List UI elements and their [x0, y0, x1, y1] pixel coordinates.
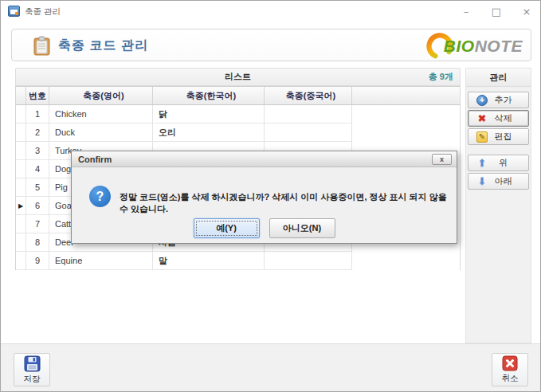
row-selector-header: [16, 87, 26, 104]
delete-icon: ✖: [476, 113, 488, 124]
window-title: 축종 관리: [25, 6, 61, 18]
dialog-title-bar: Confirm x: [72, 151, 457, 167]
total-count-label: 총 9개: [429, 71, 453, 83]
delete-button[interactable]: ✖ 삭제: [468, 110, 529, 127]
table-row[interactable]: 9 Equine 말: [16, 252, 460, 270]
list-title: 리스트: [16, 71, 460, 83]
dialog-title: Confirm: [78, 155, 432, 164]
save-button[interactable]: 저장: [14, 353, 50, 386]
column-header-no[interactable]: 번호: [26, 87, 49, 104]
move-down-button[interactable]: ⬇ 아래: [468, 173, 529, 190]
dialog-close-button[interactable]: x: [432, 154, 452, 165]
add-icon: +: [476, 95, 488, 106]
cancel-x-icon: [502, 355, 518, 371]
down-arrow-icon: ⬇: [476, 176, 488, 187]
column-header-korean[interactable]: 축종(한국어): [153, 87, 265, 104]
app-window: 축종 관리 – □ × 축종 코드 관리: [0, 0, 541, 392]
no-button[interactable]: 아니오(N): [269, 218, 335, 238]
table-header-row: 번호 축종(영어) 축종(한국어) 축종(중국어): [16, 86, 460, 105]
dialog-body: ? 정말 코드(염소)를 삭제 하시겠습니까? 삭제시 이미 사용중이면, 정상…: [72, 167, 457, 244]
table-row[interactable]: 1 Chicken 닭: [16, 105, 460, 123]
footer-bar: 저장 취소: [1, 343, 540, 392]
question-icon: ?: [89, 186, 111, 207]
close-button[interactable]: ×: [519, 6, 534, 18]
logo-bio-text: BIO: [444, 37, 475, 55]
row-selector-arrow-icon: ▶: [18, 202, 23, 210]
bionote-logo: BIONOTE: [425, 32, 523, 61]
add-button[interactable]: + 추가: [468, 92, 529, 108]
maximize-button[interactable]: □: [489, 6, 504, 18]
header-panel: 축종 코드 관리 BIONOTE: [11, 29, 531, 61]
manage-panel: 관리 + 추가 ✖ 삭제 ✎ 편집 ⬆ 위 ⬇ 아래: [465, 68, 531, 343]
cancel-button[interactable]: 취소: [492, 353, 528, 386]
column-header-chinese[interactable]: 축종(중국어): [265, 87, 352, 104]
app-icon: [8, 6, 20, 17]
confirm-dialog: Confirm x ? 정말 코드(염소)를 삭제 하시겠습니까? 삭제시 이미…: [71, 151, 457, 244]
page-title: 축종 코드 관리: [58, 37, 148, 54]
save-label: 저장: [24, 374, 41, 385]
table-row[interactable]: 2 Duck 오리: [16, 123, 460, 142]
edit-icon: ✎: [476, 131, 488, 143]
yes-button[interactable]: 예(Y): [194, 218, 260, 238]
save-floppy-icon: [24, 355, 41, 372]
minimize-button[interactable]: –: [459, 6, 473, 18]
manage-panel-title: 관리: [466, 69, 531, 87]
move-up-button[interactable]: ⬆ 위: [468, 155, 529, 171]
title-bar: 축종 관리 – □ ×: [1, 1, 540, 22]
up-arrow-icon: ⬆: [476, 158, 488, 169]
edit-button[interactable]: ✎ 편집: [468, 128, 529, 145]
list-panel-header: 리스트 총 9개: [15, 68, 461, 86]
cancel-label: 취소: [502, 373, 519, 384]
logo-note-text: NOTE: [475, 37, 523, 55]
dialog-message: 정말 코드(염소)를 삭제 하시겠습니까? 삭제시 이미 사용중이면, 정상 표…: [120, 191, 449, 215]
clipboard-icon: [33, 36, 52, 57]
column-header-english[interactable]: 축종(영어): [49, 87, 153, 104]
column-header-empty: [352, 87, 460, 104]
